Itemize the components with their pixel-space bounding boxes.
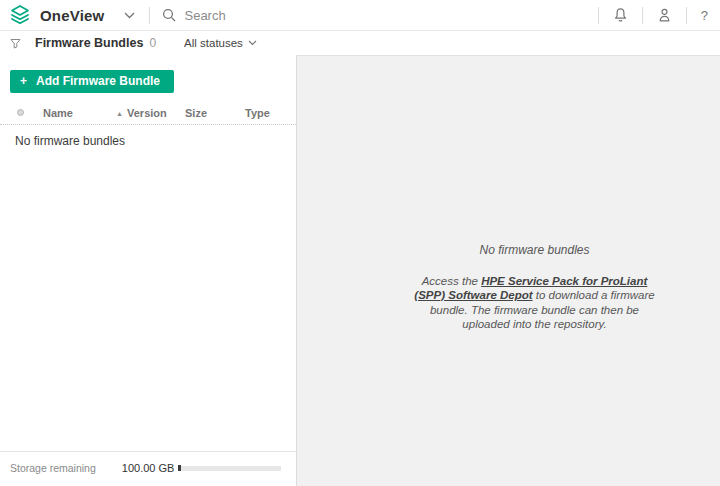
- column-header-size[interactable]: Size: [185, 107, 207, 119]
- user-account-icon[interactable]: [657, 7, 672, 23]
- empty-state: No firmware bundles Access the HPE Servi…: [409, 243, 661, 332]
- top-header: OneView: [0, 0, 720, 31]
- empty-state-message: Access the HPE Service Pack for ProLiant…: [409, 274, 661, 332]
- column-header-type[interactable]: Type: [245, 107, 270, 119]
- content-area: + Add Firmware Bundle Name ▲ Version Siz…: [0, 55, 720, 486]
- add-firmware-bundle-label: Add Firmware Bundle: [36, 74, 160, 88]
- filter-funnel-icon[interactable]: [10, 38, 21, 49]
- storage-remaining-value: 100.00 GB: [122, 462, 175, 474]
- notifications-bell-icon[interactable]: [613, 7, 628, 23]
- search-icon: [162, 8, 176, 22]
- firmware-bundles-list-panel: + Add Firmware Bundle Name ▲ Version Siz…: [0, 55, 297, 486]
- page-toolbar: Firmware Bundles 0 All statuses: [0, 31, 720, 55]
- app-title: OneView: [40, 7, 104, 24]
- list-empty-message: No firmware bundles: [0, 125, 296, 148]
- bundle-count: 0: [149, 36, 156, 50]
- column-header-name[interactable]: Name: [43, 107, 73, 119]
- storage-status-bar: Storage remaining 100.00 GB: [0, 451, 296, 486]
- table-header: Name ▲ Version Size Type: [0, 105, 296, 125]
- sort-ascending-icon: ▲: [116, 110, 123, 117]
- page-title: Firmware Bundles: [35, 36, 143, 50]
- divider: [686, 7, 687, 24]
- status-filter-label: All statuses: [184, 37, 243, 49]
- header-actions: ?: [584, 7, 708, 24]
- oneview-app: OneView: [0, 0, 720, 486]
- storage-meter: [178, 465, 281, 471]
- oneview-logo-icon: [8, 3, 32, 27]
- message-before-link: Access the: [422, 275, 481, 287]
- empty-state-title: No firmware bundles: [409, 243, 661, 257]
- help-icon[interactable]: ?: [701, 8, 708, 23]
- search-input[interactable]: [184, 8, 384, 23]
- chevron-down-icon: [248, 40, 257, 46]
- global-search: [162, 8, 384, 23]
- details-panel: No firmware bundles Access the HPE Servi…: [297, 55, 720, 486]
- storage-meter-track: [181, 466, 281, 471]
- storage-remaining-label: Storage remaining: [10, 462, 96, 474]
- divider: [598, 7, 599, 24]
- divider: [642, 7, 643, 24]
- plus-icon: +: [20, 74, 27, 88]
- column-header-version[interactable]: Version: [127, 107, 167, 119]
- add-firmware-bundle-button[interactable]: + Add Firmware Bundle: [10, 70, 174, 93]
- app-menu-chevron-down-icon[interactable]: [124, 12, 135, 19]
- divider: [149, 7, 150, 24]
- status-filter-dropdown[interactable]: All statuses: [184, 37, 257, 49]
- status-column-icon[interactable]: [17, 109, 24, 116]
